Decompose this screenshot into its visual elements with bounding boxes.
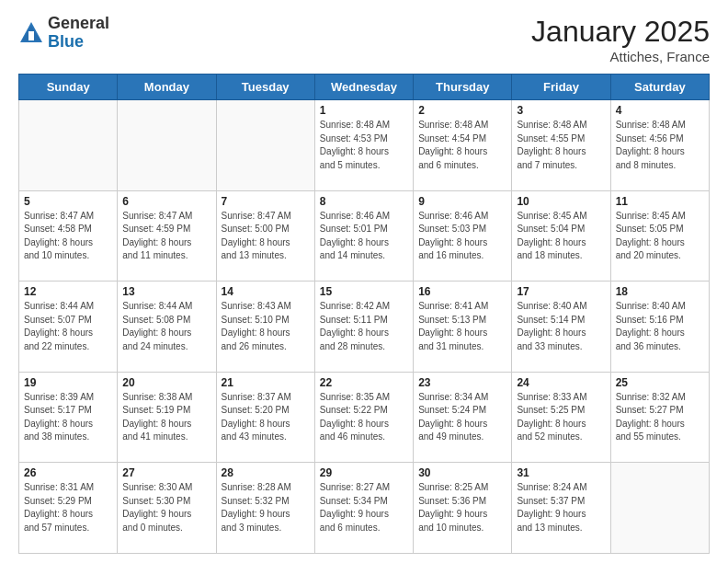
day-info: Sunrise: 8:46 AM Sunset: 5:03 PM Dayligh… [418,210,506,263]
calendar-subtitle: Attiches, France [531,49,710,64]
day-info: Sunrise: 8:39 AM Sunset: 5:17 PM Dayligh… [24,391,112,444]
day-info: Sunrise: 8:48 AM Sunset: 4:53 PM Dayligh… [320,119,408,172]
day-info: Sunrise: 8:44 AM Sunset: 5:07 PM Dayligh… [24,300,112,353]
weekday-cell: Friday [512,75,610,100]
day-number: 16 [418,285,506,298]
day-number: 24 [517,376,605,389]
weekday-cell: Tuesday [216,75,314,100]
calendar-day-cell: 8Sunrise: 8:46 AM Sunset: 5:01 PM Daylig… [314,190,413,282]
day-info: Sunrise: 8:48 AM Sunset: 4:54 PM Dayligh… [418,119,506,172]
day-number: 9 [418,195,506,208]
calendar-table: SundayMondayTuesdayWednesdayThursdayFrid… [18,74,710,554]
day-number: 6 [122,195,210,208]
calendar-day-cell: 25Sunrise: 8:32 AM Sunset: 5:27 PM Dayli… [610,372,709,463]
calendar-title: January 2025 [531,15,710,49]
logo: General Blue [18,15,109,52]
calendar-week-row: 12Sunrise: 8:44 AM Sunset: 5:07 PM Dayli… [19,282,710,373]
calendar-day-cell: 28Sunrise: 8:28 AM Sunset: 5:32 PM Dayli… [216,463,314,554]
day-info: Sunrise: 8:24 AM Sunset: 5:37 PM Dayligh… [517,481,605,534]
weekday-cell: Sunday [19,75,118,100]
calendar-week-row: 5Sunrise: 8:47 AM Sunset: 4:58 PM Daylig… [19,190,710,282]
calendar-day-cell: 21Sunrise: 8:37 AM Sunset: 5:20 PM Dayli… [216,372,314,463]
calendar-day-cell: 13Sunrise: 8:44 AM Sunset: 5:08 PM Dayli… [118,282,216,373]
day-number: 4 [616,104,704,117]
calendar-day-cell: 6Sunrise: 8:47 AM Sunset: 4:59 PM Daylig… [118,190,216,282]
day-number: 21 [222,376,310,389]
day-number: 20 [122,376,210,389]
weekday-header: SundayMondayTuesdayWednesdayThursdayFrid… [19,75,710,100]
day-number: 22 [320,376,408,389]
calendar-day-cell: 5Sunrise: 8:47 AM Sunset: 4:58 PM Daylig… [19,190,118,282]
title-block: January 2025 Attiches, France [531,15,710,64]
day-number: 3 [517,104,605,117]
day-number: 5 [24,195,112,208]
day-info: Sunrise: 8:48 AM Sunset: 4:56 PM Dayligh… [616,119,704,172]
logo-icon [18,20,44,46]
calendar-day-cell: 2Sunrise: 8:48 AM Sunset: 4:54 PM Daylig… [414,100,512,191]
day-info: Sunrise: 8:31 AM Sunset: 5:29 PM Dayligh… [24,481,112,534]
day-number: 25 [616,376,704,389]
day-number: 13 [122,285,210,298]
day-number: 26 [24,466,112,479]
calendar-week-row: 19Sunrise: 8:39 AM Sunset: 5:17 PM Dayli… [19,372,710,463]
calendar-day-cell: 4Sunrise: 8:48 AM Sunset: 4:56 PM Daylig… [610,100,709,191]
day-info: Sunrise: 8:47 AM Sunset: 4:58 PM Dayligh… [24,210,112,263]
day-info: Sunrise: 8:41 AM Sunset: 5:13 PM Dayligh… [418,300,506,353]
day-info: Sunrise: 8:40 AM Sunset: 5:16 PM Dayligh… [616,300,704,353]
day-number: 31 [517,466,605,479]
calendar-day-cell [19,100,118,191]
day-info: Sunrise: 8:43 AM Sunset: 5:10 PM Dayligh… [222,300,310,353]
day-number: 17 [517,285,605,298]
day-number: 1 [320,104,408,117]
day-number: 19 [24,376,112,389]
calendar-day-cell: 27Sunrise: 8:30 AM Sunset: 5:30 PM Dayli… [118,463,216,554]
day-number: 23 [418,376,506,389]
page: General Blue January 2025 Attiches, Fran… [0,0,728,563]
calendar-day-cell: 17Sunrise: 8:40 AM Sunset: 5:14 PM Dayli… [512,282,610,373]
weekday-cell: Wednesday [314,75,413,100]
day-info: Sunrise: 8:47 AM Sunset: 5:00 PM Dayligh… [222,210,310,263]
calendar-day-cell: 16Sunrise: 8:41 AM Sunset: 5:13 PM Dayli… [414,282,512,373]
calendar-day-cell: 23Sunrise: 8:34 AM Sunset: 5:24 PM Dayli… [414,372,512,463]
day-info: Sunrise: 8:45 AM Sunset: 5:04 PM Dayligh… [517,210,605,263]
calendar-day-cell [610,463,709,554]
calendar-day-cell [216,100,314,191]
calendar-body: 1Sunrise: 8:48 AM Sunset: 4:53 PM Daylig… [19,100,710,554]
day-number: 12 [24,285,112,298]
calendar-day-cell: 22Sunrise: 8:35 AM Sunset: 5:22 PM Dayli… [314,372,413,463]
day-number: 30 [418,466,506,479]
day-info: Sunrise: 8:28 AM Sunset: 5:32 PM Dayligh… [222,481,310,534]
day-info: Sunrise: 8:47 AM Sunset: 4:59 PM Dayligh… [122,210,210,263]
day-number: 14 [222,285,310,298]
day-number: 8 [320,195,408,208]
calendar-day-cell: 26Sunrise: 8:31 AM Sunset: 5:29 PM Dayli… [19,463,118,554]
day-info: Sunrise: 8:37 AM Sunset: 5:20 PM Dayligh… [222,391,310,444]
day-info: Sunrise: 8:25 AM Sunset: 5:36 PM Dayligh… [418,481,506,534]
day-info: Sunrise: 8:34 AM Sunset: 5:24 PM Dayligh… [418,391,506,444]
calendar-day-cell: 7Sunrise: 8:47 AM Sunset: 5:00 PM Daylig… [216,190,314,282]
day-number: 28 [222,466,310,479]
day-number: 27 [122,466,210,479]
calendar-day-cell: 18Sunrise: 8:40 AM Sunset: 5:16 PM Dayli… [610,282,709,373]
calendar-day-cell [118,100,216,191]
calendar-week-row: 1Sunrise: 8:48 AM Sunset: 4:53 PM Daylig… [19,100,710,191]
calendar-day-cell: 11Sunrise: 8:45 AM Sunset: 5:05 PM Dayli… [610,190,709,282]
day-info: Sunrise: 8:30 AM Sunset: 5:30 PM Dayligh… [122,481,210,534]
day-info: Sunrise: 8:42 AM Sunset: 5:11 PM Dayligh… [320,300,408,353]
calendar-week-row: 26Sunrise: 8:31 AM Sunset: 5:29 PM Dayli… [19,463,710,554]
day-number: 11 [616,195,704,208]
calendar-day-cell: 9Sunrise: 8:46 AM Sunset: 5:03 PM Daylig… [414,190,512,282]
weekday-cell: Thursday [414,75,512,100]
logo-general: General [48,14,109,32]
calendar-day-cell: 3Sunrise: 8:48 AM Sunset: 4:55 PM Daylig… [512,100,610,191]
calendar-day-cell: 19Sunrise: 8:39 AM Sunset: 5:17 PM Dayli… [19,372,118,463]
calendar-day-cell: 30Sunrise: 8:25 AM Sunset: 5:36 PM Dayli… [414,463,512,554]
day-number: 10 [517,195,605,208]
calendar-day-cell: 31Sunrise: 8:24 AM Sunset: 5:37 PM Dayli… [512,463,610,554]
calendar-day-cell: 1Sunrise: 8:48 AM Sunset: 4:53 PM Daylig… [314,100,413,191]
day-info: Sunrise: 8:38 AM Sunset: 5:19 PM Dayligh… [122,391,210,444]
day-info: Sunrise: 8:32 AM Sunset: 5:27 PM Dayligh… [616,391,704,444]
calendar-day-cell: 10Sunrise: 8:45 AM Sunset: 5:04 PM Dayli… [512,190,610,282]
calendar-day-cell: 24Sunrise: 8:33 AM Sunset: 5:25 PM Dayli… [512,372,610,463]
day-number: 29 [320,466,408,479]
